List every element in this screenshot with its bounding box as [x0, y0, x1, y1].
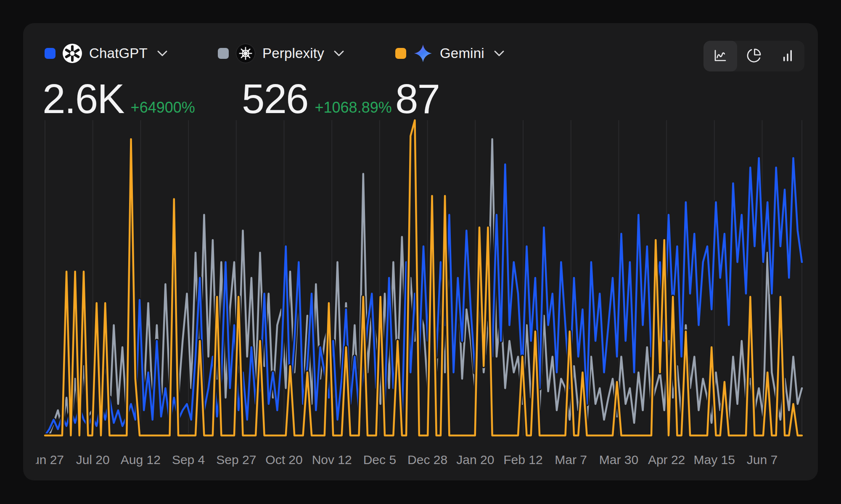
bar-chart-view-button[interactable] [771, 41, 804, 71]
pie-chart-view-button[interactable] [737, 41, 771, 71]
stat-value-chatgpt: 2.6K [42, 76, 124, 122]
x-tick-label: Jun 27 [36, 453, 64, 467]
chevron-down-icon [157, 50, 168, 57]
stat-change-perplexity: +1068.89% [315, 99, 392, 116]
x-tick-label: Nov 12 [312, 453, 352, 467]
pie-chart-icon [746, 48, 762, 65]
x-tick-label: Mar 7 [555, 453, 587, 467]
x-tick-label: Jul 20 [76, 453, 110, 467]
stat-value-perplexity: 526 [242, 76, 308, 122]
bar-chart-icon [780, 48, 795, 65]
comparison-chart-svg [45, 120, 802, 435]
stat-value-gemini: 87 [395, 76, 439, 122]
chevron-down-icon [494, 50, 505, 57]
comparison-line-chart [45, 120, 802, 435]
x-tick-label: Aug 12 [121, 453, 161, 467]
x-tick-label: Oct 20 [265, 453, 302, 467]
perplexity-logo-icon [236, 44, 255, 63]
legend-item-gemini[interactable]: Gemini [395, 43, 505, 64]
stat-gemini: 87 [395, 75, 446, 122]
color-swatch-chatgpt [45, 48, 56, 59]
line-chart-view-button[interactable] [703, 41, 737, 71]
legend-label-chatgpt: ChatGPT [89, 45, 148, 61]
line-chart-icon [713, 48, 728, 65]
x-tick-label: Mar 30 [599, 453, 638, 467]
gemini-logo-icon [413, 44, 433, 63]
color-swatch-perplexity [218, 48, 229, 59]
openai-logo-icon [63, 44, 82, 63]
x-tick-label: Feb 12 [503, 453, 542, 467]
x-axis-ticks: Jun 27Jul 20Aug 12Sep 4Sep 27Oct 20Nov 1… [36, 452, 812, 469]
x-tick-label: Jun 7 [747, 453, 778, 467]
color-swatch-gemini [395, 48, 406, 59]
legend-label-gemini: Gemini [440, 45, 484, 61]
legend-label-perplexity: Perplexity [262, 45, 324, 61]
legend-item-chatgpt[interactable]: ChatGPT [45, 43, 168, 64]
x-tick-label: Jan 20 [456, 453, 494, 467]
x-tick-label: May 15 [694, 453, 735, 467]
stat-chatgpt: 2.6K +64900% [42, 75, 195, 122]
page-background: { "colors": { "page_bg": "#0d0d0e", "car… [0, 0, 841, 504]
x-tick-label: Apr 22 [648, 453, 685, 467]
analytics-card: ChatGPT Perplexity [23, 23, 818, 480]
x-tick-label: Sep 27 [216, 453, 256, 467]
x-tick-label: Sep 4 [172, 453, 205, 467]
legend-item-perplexity[interactable]: Perplexity [218, 43, 344, 64]
x-tick-label: Dec 5 [363, 453, 396, 467]
chevron-down-icon [333, 50, 344, 57]
chart-view-toggle [703, 41, 804, 71]
x-tick-label: Dec 28 [407, 453, 447, 467]
stat-perplexity: 526 +1068.89% [242, 75, 392, 122]
stat-change-chatgpt: +64900% [131, 99, 195, 116]
